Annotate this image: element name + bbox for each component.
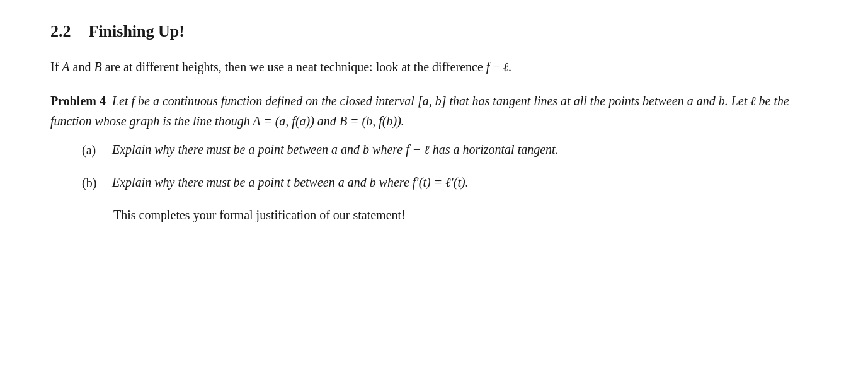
problem-block: Problem 4 Let f be a continuous function…	[50, 91, 818, 225]
section-number: 2.2	[50, 19, 71, 43]
problem-label: Problem 4	[50, 94, 106, 108]
parts-list: (a) Explain why there must be a point be…	[82, 140, 818, 225]
intro-paragraph: If A and B are at different heights, the…	[50, 57, 818, 77]
part-b-label: (b)	[82, 173, 101, 193]
part-b-content: Explain why there must be a point t betw…	[112, 173, 469, 192]
completion-note: This completes your formal justification…	[113, 205, 818, 225]
part-b: (b) Explain why there must be a point t …	[82, 173, 818, 193]
section-heading: 2.2 Finishing Up!	[50, 19, 818, 43]
part-a-label: (a)	[82, 140, 101, 160]
section-title: Finishing Up!	[89, 19, 185, 43]
part-a: (a) Explain why there must be a point be…	[82, 140, 818, 160]
part-a-content: Explain why there must be a point betwee…	[112, 140, 559, 159]
completion-text: This completes your formal justification…	[113, 208, 406, 222]
problem-statement: Let f be a continuous function defined o…	[50, 94, 789, 128]
